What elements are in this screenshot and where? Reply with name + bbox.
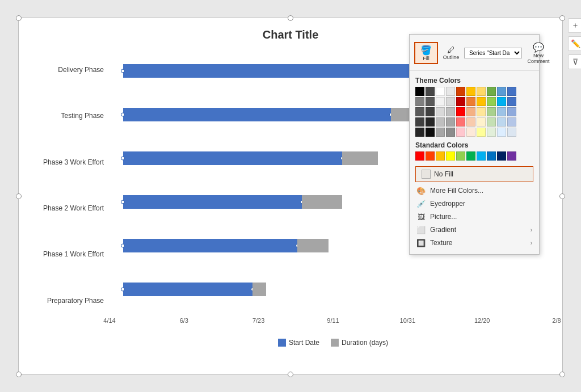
standard-color-cell[interactable] (477, 151, 486, 161)
theme-color-cell[interactable] (415, 117, 424, 127)
theme-color-cell[interactable] (426, 117, 435, 127)
theme-color-cell[interactable] (456, 87, 465, 96)
bar-duration[interactable] (297, 239, 329, 252)
theme-color-cell[interactable] (415, 128, 424, 137)
theme-color-cell[interactable] (477, 107, 486, 116)
theme-color-cell[interactable] (466, 107, 475, 116)
theme-color-cell[interactable] (477, 97, 486, 106)
theme-color-cell[interactable] (446, 117, 455, 127)
bar-start-date[interactable] (123, 283, 253, 296)
x-axis: 4/146/37/239/1110/3112/202/8 (110, 314, 557, 336)
theme-color-cell[interactable] (415, 97, 424, 106)
theme-color-cell[interactable] (497, 87, 506, 96)
theme-color-cell[interactable] (456, 128, 465, 137)
theme-color-cell[interactable] (446, 97, 455, 106)
bar-duration[interactable] (342, 151, 378, 165)
theme-color-cell[interactable] (487, 107, 496, 116)
bar-handle-left[interactable] (121, 200, 125, 204)
theme-color-cell[interactable] (507, 107, 516, 116)
no-fill-label: No Fill (434, 170, 453, 178)
theme-color-cell[interactable] (466, 97, 475, 106)
theme-color-cell[interactable] (497, 117, 506, 127)
theme-color-cell[interactable] (436, 87, 445, 96)
handle-ml[interactable] (16, 193, 22, 199)
theme-color-cell[interactable] (507, 117, 516, 127)
theme-color-cell[interactable] (426, 128, 435, 137)
theme-color-cell[interactable] (446, 107, 455, 116)
bar-handle-left[interactable] (121, 157, 125, 161)
standard-color-cell[interactable] (456, 151, 465, 161)
bar-start-date[interactable] (123, 195, 302, 209)
standard-color-cell[interactable] (436, 151, 445, 161)
add-button[interactable]: ＋ (568, 18, 581, 33)
theme-color-cell[interactable] (436, 117, 445, 127)
handle-bl[interactable] (16, 372, 22, 377)
theme-color-cell[interactable] (456, 97, 465, 106)
theme-color-cell[interactable] (426, 97, 435, 106)
more-fill-colors-item[interactable]: 🎨 More Fill Colors... (410, 184, 539, 197)
bar-start-date[interactable] (123, 108, 391, 121)
theme-color-cell[interactable] (446, 128, 455, 137)
theme-color-cell[interactable] (487, 87, 496, 96)
bar-handle-left[interactable] (121, 69, 125, 73)
theme-color-cell[interactable] (436, 128, 445, 137)
theme-color-cell[interactable] (426, 107, 435, 116)
handle-bm[interactable] (288, 372, 293, 377)
standard-color-cell[interactable] (446, 151, 455, 161)
theme-color-cell[interactable] (436, 107, 445, 116)
theme-color-cell[interactable] (436, 97, 445, 106)
theme-color-cell[interactable] (487, 128, 496, 137)
standard-color-cell[interactable] (497, 151, 506, 161)
theme-color-cell[interactable] (456, 107, 465, 116)
theme-color-cell[interactable] (497, 97, 506, 106)
edit-button[interactable]: ✏️ (568, 36, 581, 51)
picture-item[interactable]: 🖼 Picture... (410, 210, 539, 224)
theme-color-cell[interactable] (487, 117, 496, 127)
standard-color-cell[interactable] (487, 151, 496, 161)
bar-duration[interactable] (302, 195, 342, 209)
texture-item[interactable]: 🔲 Texture › (410, 237, 539, 250)
standard-color-cell[interactable] (507, 151, 516, 161)
theme-color-cell[interactable] (415, 87, 424, 96)
theme-color-cell[interactable] (497, 107, 506, 116)
bar-start-date[interactable] (123, 64, 458, 78)
theme-color-cell[interactable] (426, 87, 435, 96)
standard-color-cell[interactable] (426, 151, 435, 161)
outline-button[interactable]: 🖊 Outline (440, 43, 462, 62)
fill-button[interactable]: 🪣 Fill (414, 42, 438, 64)
filter-button[interactable]: ⊽ (568, 54, 581, 69)
handle-mr[interactable] (559, 193, 565, 199)
handle-tl[interactable] (16, 15, 22, 21)
theme-color-cell[interactable] (415, 107, 424, 116)
theme-color-cell[interactable] (466, 87, 475, 96)
gradient-item[interactable]: ⬜ Gradient › (410, 224, 539, 237)
theme-color-cell[interactable] (456, 117, 465, 127)
theme-color-cell[interactable] (507, 97, 516, 106)
theme-color-cell[interactable] (487, 97, 496, 106)
handle-br[interactable] (559, 372, 565, 377)
theme-color-cell[interactable] (507, 87, 516, 96)
handle-tm[interactable] (288, 15, 293, 21)
bar-duration[interactable] (252, 283, 266, 296)
theme-color-cell[interactable] (507, 128, 516, 137)
bar-handle-left[interactable] (121, 288, 125, 292)
bar-handle-left[interactable] (121, 244, 125, 248)
theme-color-cell[interactable] (497, 128, 506, 137)
theme-color-cell[interactable] (446, 87, 455, 96)
no-fill-button[interactable]: No Fill (415, 166, 533, 182)
theme-color-cell[interactable] (477, 87, 486, 96)
standard-color-cell[interactable] (466, 151, 475, 161)
handle-tr[interactable] (559, 15, 565, 21)
series-select[interactable]: Series "Start Da (464, 48, 522, 58)
theme-color-cell[interactable] (477, 128, 486, 137)
bar-start-date[interactable] (123, 151, 342, 165)
theme-color-cell[interactable] (466, 117, 475, 127)
legend-start-label: Start Date (289, 339, 319, 347)
bar-start-date[interactable] (123, 239, 297, 252)
bar-handle-left[interactable] (121, 113, 125, 117)
theme-color-cell[interactable] (477, 117, 486, 127)
eyedropper-item[interactable]: 💉 Eyedropper (410, 197, 539, 210)
new-comment-button[interactable]: 💬 NewComment (524, 40, 553, 66)
standard-color-cell[interactable] (415, 151, 424, 161)
theme-color-cell[interactable] (466, 128, 475, 137)
